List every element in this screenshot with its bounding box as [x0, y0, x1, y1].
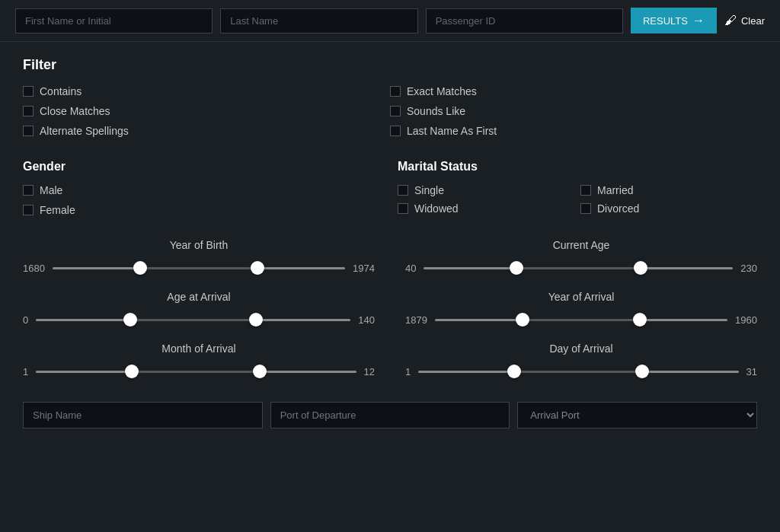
filter-grid: Contains Close Matches Alternate Spellin… [23, 85, 757, 137]
age-at-arrival-min: 0 [23, 314, 28, 326]
results-label: RESULTS [643, 15, 688, 27]
day-of-arrival-handle-left[interactable] [507, 365, 521, 378]
close-matches-label: Close Matches [40, 105, 110, 117]
passenger-id-input[interactable] [426, 8, 623, 33]
year-of-birth-min: 1680 [23, 263, 45, 274]
day-of-arrival-handle-right[interactable] [635, 365, 649, 378]
widowed-checkbox-label[interactable]: Widowed [398, 202, 574, 215]
close-matches-checkbox[interactable] [23, 106, 34, 116]
marital-status-title: Marital Status [398, 160, 757, 174]
day-of-arrival-label: Day of Arrival [549, 342, 612, 355]
sounds-like-checkbox-label[interactable]: Sounds Like [390, 105, 757, 117]
month-of-arrival-slider[interactable] [36, 364, 356, 379]
year-of-arrival-max: 1960 [735, 314, 757, 326]
gender-marital-section: Gender Male Female Marital Status Single [23, 160, 757, 216]
day-of-arrival-track [418, 371, 738, 373]
age-at-arrival-track [36, 319, 350, 321]
year-of-birth-label: Year of Birth [170, 239, 229, 251]
main-content: Filter Contains Close Matches Alternate … [0, 42, 780, 451]
widowed-checkbox[interactable] [398, 203, 408, 214]
married-checkbox-label[interactable]: Married [580, 184, 757, 196]
male-checkbox-label[interactable]: Male [23, 184, 382, 196]
year-of-birth-handle-left[interactable] [133, 261, 147, 275]
year-of-arrival-track-container: 1879 1960 [405, 312, 757, 327]
current-age-track [424, 267, 733, 269]
day-of-arrival-min: 1 [405, 366, 411, 377]
month-of-arrival-min: 1 [23, 366, 28, 377]
year-of-birth-slider-group: Year of Birth 1680 1974 [23, 239, 375, 276]
widowed-label: Widowed [414, 202, 459, 215]
year-of-arrival-track [435, 319, 727, 321]
single-checkbox[interactable] [398, 185, 408, 196]
age-at-arrival-handle-right[interactable] [249, 313, 263, 327]
current-age-slider[interactable] [424, 260, 733, 276]
alternate-spellings-checkbox[interactable] [23, 126, 34, 136]
month-of-arrival-handle-left[interactable] [125, 365, 139, 378]
month-of-arrival-label: Month of Arrival [161, 342, 235, 355]
close-matches-checkbox-label[interactable]: Close Matches [23, 105, 390, 117]
exact-matches-label: Exact Matches [407, 85, 477, 97]
filter-section: Filter Contains Close Matches Alternate … [23, 57, 757, 137]
filter-title: Filter [23, 57, 757, 73]
married-label: Married [597, 184, 633, 196]
current-age-handle-right[interactable] [634, 261, 647, 275]
day-of-arrival-max: 31 [746, 366, 757, 377]
arrow-icon: → [692, 14, 705, 27]
last-name-as-first-checkbox-label[interactable]: Last Name As First [390, 125, 757, 137]
age-at-arrival-slider-group: Age at Arrival 0 140 [23, 291, 375, 327]
year-of-birth-max: 1974 [353, 263, 375, 274]
clear-button[interactable]: 🖌 Clear [724, 14, 765, 27]
results-button[interactable]: RESULTS → [631, 8, 717, 33]
sliders-section: Year of Birth 1680 1974 Current Age 40 [23, 239, 757, 379]
filter-col-right: Exact Matches Sounds Like Last Name As F… [390, 85, 757, 137]
last-name-input[interactable] [220, 8, 417, 33]
first-name-input[interactable] [15, 8, 213, 33]
year-of-birth-slider[interactable] [53, 260, 345, 276]
year-of-arrival-slider[interactable] [435, 312, 727, 327]
exact-matches-checkbox-label[interactable]: Exact Matches [390, 85, 757, 97]
year-of-birth-track-container: 1680 1974 [23, 260, 375, 276]
year-of-arrival-min: 1879 [405, 314, 427, 326]
year-of-birth-handle-right[interactable] [251, 261, 264, 275]
filter-col-left: Contains Close Matches Alternate Spellin… [23, 85, 390, 137]
exact-matches-checkbox[interactable] [390, 86, 401, 97]
female-checkbox[interactable] [23, 205, 34, 215]
contains-checkbox-label[interactable]: Contains [23, 85, 390, 97]
month-of-arrival-track [36, 371, 356, 373]
male-label: Male [40, 184, 62, 196]
age-at-arrival-slider[interactable] [36, 312, 350, 327]
year-of-arrival-handle-right[interactable] [633, 313, 647, 327]
last-name-as-first-label: Last Name As First [407, 125, 497, 137]
last-name-as-first-checkbox[interactable] [390, 126, 401, 136]
bottom-inputs: Arrival Port [23, 394, 757, 436]
age-at-arrival-handle-left[interactable] [123, 313, 137, 327]
year-of-arrival-slider-group: Year of Arrival 1879 1960 [405, 291, 757, 327]
sounds-like-checkbox[interactable] [390, 106, 401, 116]
divorced-checkbox-label[interactable]: Divorced [580, 202, 757, 215]
current-age-handle-left[interactable] [510, 261, 523, 275]
alternate-spellings-label: Alternate Spellings [40, 125, 129, 137]
divorced-checkbox[interactable] [580, 203, 591, 214]
single-label: Single [414, 184, 444, 196]
sounds-like-label: Sounds Like [407, 105, 465, 117]
port-of-departure-input[interactable] [270, 402, 510, 428]
month-of-arrival-track-container: 1 12 [23, 364, 375, 379]
arrival-port-select[interactable]: Arrival Port [517, 402, 757, 428]
year-of-arrival-handle-left[interactable] [516, 313, 529, 327]
day-of-arrival-slider[interactable] [418, 364, 738, 379]
female-checkbox-label[interactable]: Female [23, 204, 382, 216]
single-checkbox-label[interactable]: Single [398, 184, 574, 196]
gender-options: Male Female [23, 184, 382, 216]
month-of-arrival-max: 12 [364, 366, 375, 377]
alternate-spellings-checkbox-label[interactable]: Alternate Spellings [23, 125, 390, 137]
brush-icon: 🖌 [724, 14, 737, 27]
married-checkbox[interactable] [580, 185, 591, 196]
ship-name-input[interactable] [23, 402, 263, 428]
age-at-arrival-label: Age at Arrival [167, 291, 230, 303]
current-age-max: 230 [740, 263, 757, 274]
current-age-label: Current Age [553, 239, 610, 251]
gender-title: Gender [23, 160, 382, 174]
contains-checkbox[interactable] [23, 86, 34, 97]
male-checkbox[interactable] [23, 185, 34, 196]
month-of-arrival-handle-right[interactable] [253, 365, 267, 378]
